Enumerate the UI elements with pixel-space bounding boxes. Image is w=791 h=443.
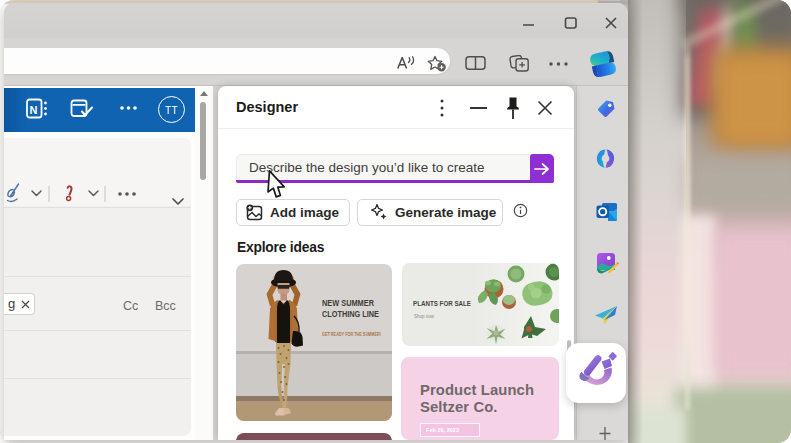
- svg-text:NEW SUMMER: NEW SUMMER: [322, 299, 374, 308]
- svg-text:Shop now: Shop now: [414, 314, 434, 319]
- svg-text:N: N: [30, 104, 38, 116]
- svg-text:GET READY FOR THE SUMMER!: GET READY FOR THE SUMMER!: [322, 332, 381, 337]
- svg-text:CLOTHING LINE: CLOTHING LINE: [322, 310, 379, 319]
- svg-text:PLANTS FOR SALE: PLANTS FOR SALE: [413, 299, 471, 308]
- svg-text:Feb 20, 2023: Feb 20, 2023: [426, 427, 459, 433]
